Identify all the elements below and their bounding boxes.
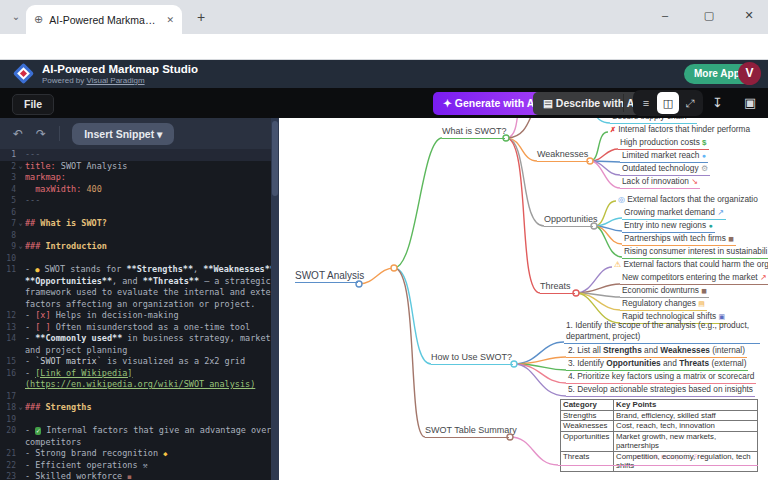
- insert-snippet-button[interactable]: Insert Snippet ▾: [72, 123, 174, 145]
- node-opportunities[interactable]: Opportunities: [544, 214, 593, 227]
- leaf-economic-downturns: Economic downturns ◼: [620, 285, 709, 298]
- code-line[interactable]: **Opportunities**, and **Threats** — a s…: [0, 276, 271, 288]
- tab-search-chevron-icon[interactable]: ⌄: [8, 9, 24, 25]
- gear-icon: ⚙: [701, 164, 708, 173]
- app-title: AI-Powered Markmap Studio: [42, 63, 198, 75]
- scroll-icon: ▤: [698, 300, 705, 307]
- computer-icon: ▣: [718, 313, 725, 320]
- cell-threats: Threats: [561, 451, 614, 471]
- table-header-keypoints: Key Points: [614, 400, 758, 411]
- redo-icon[interactable]: ↷: [36, 127, 46, 141]
- address-bar: ← → ⟳ ai-toolbox.visual-paradigm.com/app…: [0, 34, 768, 60]
- editor-scrollbar[interactable]: [271, 118, 279, 480]
- code-line[interactable]: 19: [0, 414, 271, 426]
- leaf-weaknesses-intro: ✗ Internal factors that hinder performa: [608, 124, 752, 136]
- cell-threats-points: Competition, economy, regulation, tech s…: [614, 451, 758, 471]
- export-image-icon[interactable]: ▣: [744, 95, 756, 110]
- money-icon: $: [702, 138, 706, 147]
- code-line[interactable]: 14- **Commonly used** in business strate…: [0, 333, 271, 345]
- table-row: WeaknessesCost, reach, tech, innovation: [561, 421, 758, 432]
- tab-favicon-globe-icon: ⊕: [34, 13, 43, 26]
- leaf-rising-consumer-interest: Rising consumer interest in sustainabili: [622, 246, 768, 259]
- new-tab-button[interactable]: +: [192, 8, 210, 26]
- leaf-high-production-costs: High production costs $: [618, 137, 709, 150]
- node-weaknesses[interactable]: Weaknesses: [537, 149, 589, 162]
- code-line[interactable]: framework used to evaluate the internal …: [0, 287, 271, 299]
- visual-paradigm-link[interactable]: Visual Paradigm: [86, 76, 144, 85]
- code-line[interactable]: 20- ✓ Internal factors that give an adva…: [0, 425, 271, 437]
- window-close-button[interactable]: ✕: [730, 0, 768, 30]
- code-line[interactable]: 18⌄### Strengths: [0, 402, 271, 414]
- describe-with-ai-button[interactable]: ▤ Describe with AI: [533, 92, 647, 115]
- briefcase-icon: ◼: [728, 235, 734, 242]
- file-menu-button[interactable]: File: [12, 94, 54, 115]
- window-minimize-button[interactable]: –: [646, 0, 684, 30]
- code-line[interactable]: 15- `SWOT matrix` is visualized as a 2x2…: [0, 356, 271, 368]
- code-line[interactable]: 1---: [0, 149, 271, 161]
- editor-only-view-button[interactable]: ≡: [635, 92, 657, 114]
- code-line[interactable]: 6: [0, 207, 271, 219]
- brand-badge[interactable]: V: [738, 62, 761, 85]
- code-line[interactable]: 9⌄### Introduction: [0, 241, 271, 253]
- code-line[interactable]: 11- ● SWOT stands for **Strengths**, **W…: [0, 264, 271, 276]
- tab-close-icon[interactable]: ✕: [166, 15, 174, 25]
- junction-node-circle[interactable]: [391, 265, 397, 271]
- powered-by: Powered by Visual Paradigm: [42, 76, 145, 85]
- chart-decline-icon: ↘: [691, 177, 698, 186]
- describe-label: Describe with AI: [556, 97, 637, 109]
- code-line[interactable]: 17: [0, 391, 271, 403]
- undo-icon[interactable]: ↶: [13, 127, 23, 141]
- node-table-summary[interactable]: SWOT Table Summary: [425, 425, 509, 438]
- editor-toolbar: ↶ ↷ Insert Snippet ▾: [0, 118, 271, 149]
- split-view-button[interactable]: ◫: [657, 92, 679, 114]
- code-line[interactable]: 23- Skilled workforce ◼: [0, 471, 271, 480]
- code-line[interactable]: (https://en.wikipedia.org/wiki/SWOT_anal…: [0, 379, 271, 391]
- code-line[interactable]: 7⌄## What is SWOT?: [0, 218, 271, 230]
- code-line[interactable]: 16- [Link of Wikipedia]: [0, 368, 271, 380]
- leaf-howto-5: 5. Develop actionable strategies based o…: [566, 384, 755, 397]
- code-line[interactable]: competitors: [0, 437, 271, 449]
- generate-with-ai-button[interactable]: ✦ Generate with AI: [433, 92, 547, 115]
- node-what-is-swot[interactable]: What is SWOT?: [442, 126, 505, 139]
- cell-opportunities-points: Market growth, new markets, partnerships: [614, 431, 758, 451]
- window-maximize-button[interactable]: ▢: [690, 0, 728, 30]
- node-root[interactable]: SWOT Analysis: [295, 270, 358, 283]
- node-how-to-use[interactable]: How to Use SWOT?: [431, 352, 513, 365]
- browser-window: ⌄ ⊕ AI-Powered Markmap Studio ✕ + – ▢ ✕ …: [0, 0, 768, 480]
- code-line[interactable]: 22- Efficient operations ⚒: [0, 460, 271, 472]
- leaf-howto-1: 1. Identify the scope of the analysis (e…: [564, 320, 760, 344]
- tab-strip: ⌄ ⊕ AI-Powered Markmap Studio ✕ + – ▢ ✕: [0, 0, 768, 34]
- code-line[interactable]: 12- [x] Helps in decision-making: [0, 310, 271, 322]
- leaf-regulatory-changes: Regulatory changes ▤: [620, 298, 707, 311]
- code-line[interactable]: 13- [ ] Often misunderstood as a one-tim…: [0, 322, 271, 334]
- code-line[interactable]: 21- Strong brand recognition ◆: [0, 448, 271, 460]
- code-line[interactable]: 8: [0, 230, 271, 242]
- browser-tab[interactable]: ⊕ AI-Powered Markmap Studio ✕: [26, 5, 182, 34]
- code-line[interactable]: and project planning: [0, 345, 271, 357]
- code-line[interactable]: 4 maxWidth: 400: [0, 184, 271, 196]
- briefcase-icon: ◼: [701, 287, 707, 294]
- node-threats[interactable]: Threats: [540, 281, 575, 294]
- swot-summary-table: Category Key Points StrengthsBrand, effi…: [560, 399, 758, 472]
- cell-weaknesses: Weaknesses: [561, 421, 614, 432]
- warning-icon: ⚠: [614, 260, 621, 269]
- leaf-howto-3: 3. Identify Opportunities and Threats (e…: [566, 358, 748, 371]
- code-line[interactable]: factors affecting an organization or pro…: [0, 299, 271, 311]
- code-line[interactable]: 5---: [0, 195, 271, 207]
- code-editor[interactable]: 1---2⌄title: SWOT Analysis3markmap:4 max…: [0, 149, 271, 480]
- leaf-outdated-technology: Outdated technology ⚙: [620, 163, 710, 176]
- document-icon: ▤: [543, 97, 553, 109]
- mindmap-canvas[interactable]: markmap ⛶⊕⊖ SWOT Analysis What is SWOT? …: [279, 118, 768, 480]
- editor-scrollbar-thumb[interactable]: [272, 121, 278, 196]
- code-line[interactable]: 10: [0, 253, 271, 265]
- editor-toolbar-divider: [59, 126, 60, 141]
- generate-label: Generate with AI: [455, 97, 537, 109]
- table-row: OpportunitiesMarket growth, new markets,…: [561, 431, 758, 451]
- magnifier-icon: ◎: [618, 195, 625, 204]
- view-mode-group: ≡ ◫ ⤢: [633, 90, 703, 116]
- fullscreen-view-button[interactable]: ⤢: [679, 92, 701, 114]
- code-line[interactable]: 3markmap:: [0, 172, 271, 184]
- download-icon[interactable]: ↧: [712, 95, 723, 110]
- table-header-row: Category Key Points: [561, 400, 758, 411]
- code-line[interactable]: 2⌄title: SWOT Analysis: [0, 161, 271, 173]
